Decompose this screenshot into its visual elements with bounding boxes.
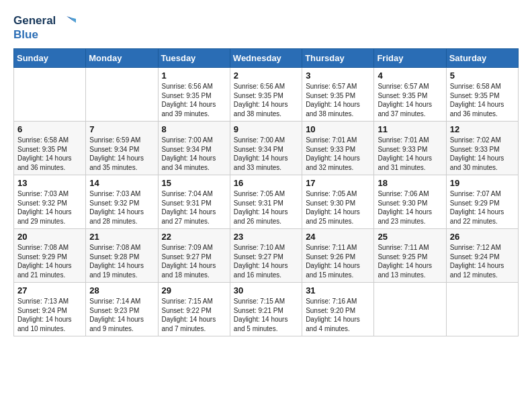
day-number: 21 — [89, 232, 154, 242]
cell-content: Sunrise: 7:07 AM Sunset: 9:29 PM Dayligh… — [450, 189, 515, 226]
day-number: 23 — [234, 232, 298, 242]
weekday-header-row: SundayMondayTuesdayWednesdayThursdayFrid… — [14, 49, 519, 68]
calendar-week-5: 27Sunrise: 7:13 AM Sunset: 9:24 PM Dayli… — [14, 283, 519, 336]
calendar-cell: 20Sunrise: 7:08 AM Sunset: 9:29 PM Dayli… — [14, 229, 86, 283]
day-number: 22 — [162, 232, 226, 242]
day-number: 30 — [234, 285, 298, 295]
cell-content: Sunrise: 7:05 AM Sunset: 9:31 PM Dayligh… — [234, 189, 298, 226]
day-number: 20 — [17, 232, 82, 242]
day-number: 13 — [17, 178, 82, 188]
weekday-header-tuesday: Tuesday — [158, 49, 230, 68]
calendar-cell: 31Sunrise: 7:16 AM Sunset: 9:20 PM Dayli… — [302, 283, 374, 336]
cell-content: Sunrise: 7:14 AM Sunset: 9:23 PM Dayligh… — [89, 297, 154, 333]
cell-content: Sunrise: 7:09 AM Sunset: 9:27 PM Dayligh… — [162, 243, 226, 279]
logo-general-text: General — [13, 14, 56, 28]
calendar-cell: 27Sunrise: 7:13 AM Sunset: 9:24 PM Dayli… — [14, 283, 86, 336]
calendar-cell: 13Sunrise: 7:03 AM Sunset: 9:32 PM Dayli… — [14, 175, 86, 229]
day-number: 17 — [306, 178, 370, 188]
day-number: 24 — [306, 232, 370, 242]
cell-content: Sunrise: 6:57 AM Sunset: 9:35 PM Dayligh… — [306, 82, 370, 118]
day-number: 19 — [450, 178, 515, 188]
calendar-cell: 19Sunrise: 7:07 AM Sunset: 9:29 PM Dayli… — [446, 175, 518, 229]
cell-content: Sunrise: 7:01 AM Sunset: 9:33 PM Dayligh… — [378, 136, 442, 172]
calendar-cell: 2Sunrise: 6:56 AM Sunset: 9:35 PM Daylig… — [230, 68, 302, 122]
weekday-header-wednesday: Wednesday — [230, 49, 302, 68]
weekday-header-monday: Monday — [86, 49, 158, 68]
day-number: 6 — [17, 124, 82, 134]
cell-content: Sunrise: 6:58 AM Sunset: 9:35 PM Dayligh… — [450, 82, 515, 118]
cell-content: Sunrise: 6:59 AM Sunset: 9:34 PM Dayligh… — [89, 136, 154, 172]
calendar-cell: 21Sunrise: 7:08 AM Sunset: 9:28 PM Dayli… — [86, 229, 158, 283]
calendar-cell — [446, 283, 518, 336]
calendar-cell: 30Sunrise: 7:15 AM Sunset: 9:21 PM Dayli… — [230, 283, 302, 336]
day-number: 31 — [306, 285, 370, 295]
cell-content: Sunrise: 7:01 AM Sunset: 9:33 PM Dayligh… — [306, 136, 370, 172]
logo-container: General Blue — [13, 13, 76, 42]
calendar-cell: 15Sunrise: 7:04 AM Sunset: 9:31 PM Dayli… — [158, 175, 230, 229]
calendar-cell — [374, 283, 446, 336]
cell-content: Sunrise: 6:56 AM Sunset: 9:35 PM Dayligh… — [234, 82, 298, 118]
logo: General Blue — [13, 13, 76, 42]
calendar-cell: 22Sunrise: 7:09 AM Sunset: 9:27 PM Dayli… — [158, 229, 230, 283]
day-number: 9 — [234, 124, 298, 134]
day-number: 5 — [450, 71, 515, 81]
logo-blue-text: Blue — [13, 28, 38, 42]
calendar-cell: 5Sunrise: 6:58 AM Sunset: 9:35 PM Daylig… — [446, 68, 518, 122]
day-number: 28 — [89, 285, 154, 295]
day-number: 12 — [450, 124, 515, 134]
logo-bird-icon — [57, 13, 76, 28]
calendar-cell: 11Sunrise: 7:01 AM Sunset: 9:33 PM Dayli… — [374, 122, 446, 175]
cell-content: Sunrise: 7:00 AM Sunset: 9:34 PM Dayligh… — [234, 136, 298, 172]
cell-content: Sunrise: 7:16 AM Sunset: 9:20 PM Dayligh… — [306, 297, 370, 333]
cell-content: Sunrise: 6:57 AM Sunset: 9:35 PM Dayligh… — [378, 82, 442, 118]
day-number: 27 — [17, 285, 82, 295]
cell-content: Sunrise: 7:11 AM Sunset: 9:25 PM Dayligh… — [378, 243, 442, 279]
calendar-cell — [14, 68, 86, 122]
day-number: 3 — [306, 71, 370, 81]
day-number: 10 — [306, 124, 370, 134]
page-header: General Blue — [13, 13, 519, 42]
cell-content: Sunrise: 7:13 AM Sunset: 9:24 PM Dayligh… — [17, 297, 82, 333]
calendar-cell: 1Sunrise: 6:56 AM Sunset: 9:35 PM Daylig… — [158, 68, 230, 122]
day-number: 18 — [378, 178, 442, 188]
calendar-cell: 7Sunrise: 6:59 AM Sunset: 9:34 PM Daylig… — [86, 122, 158, 175]
calendar-cell: 3Sunrise: 6:57 AM Sunset: 9:35 PM Daylig… — [302, 68, 374, 122]
calendar-cell: 12Sunrise: 7:02 AM Sunset: 9:33 PM Dayli… — [446, 122, 518, 175]
cell-content: Sunrise: 7:15 AM Sunset: 9:22 PM Dayligh… — [162, 297, 226, 333]
day-number: 29 — [162, 285, 226, 295]
day-number: 25 — [378, 232, 442, 242]
calendar-cell: 8Sunrise: 7:00 AM Sunset: 9:34 PM Daylig… — [158, 122, 230, 175]
calendar-week-2: 6Sunrise: 6:58 AM Sunset: 9:35 PM Daylig… — [14, 122, 519, 175]
day-number: 1 — [162, 71, 226, 81]
cell-content: Sunrise: 6:58 AM Sunset: 9:35 PM Dayligh… — [17, 136, 82, 172]
calendar-table: SundayMondayTuesdayWednesdayThursdayFrid… — [13, 48, 519, 336]
cell-content: Sunrise: 7:10 AM Sunset: 9:27 PM Dayligh… — [234, 243, 298, 279]
calendar-cell: 24Sunrise: 7:11 AM Sunset: 9:26 PM Dayli… — [302, 229, 374, 283]
calendar-week-3: 13Sunrise: 7:03 AM Sunset: 9:32 PM Dayli… — [14, 175, 519, 229]
calendar-cell: 23Sunrise: 7:10 AM Sunset: 9:27 PM Dayli… — [230, 229, 302, 283]
weekday-header-sunday: Sunday — [14, 49, 86, 68]
cell-content: Sunrise: 7:12 AM Sunset: 9:24 PM Dayligh… — [450, 243, 515, 279]
calendar-cell: 29Sunrise: 7:15 AM Sunset: 9:22 PM Dayli… — [158, 283, 230, 336]
calendar-cell: 14Sunrise: 7:03 AM Sunset: 9:32 PM Dayli… — [86, 175, 158, 229]
calendar-cell: 18Sunrise: 7:06 AM Sunset: 9:30 PM Dayli… — [374, 175, 446, 229]
weekday-header-saturday: Saturday — [446, 49, 518, 68]
calendar-cell: 6Sunrise: 6:58 AM Sunset: 9:35 PM Daylig… — [14, 122, 86, 175]
calendar-week-1: 1Sunrise: 6:56 AM Sunset: 9:35 PM Daylig… — [14, 68, 519, 122]
day-number: 2 — [234, 71, 298, 81]
calendar-cell: 26Sunrise: 7:12 AM Sunset: 9:24 PM Dayli… — [446, 229, 518, 283]
cell-content: Sunrise: 6:56 AM Sunset: 9:35 PM Dayligh… — [162, 82, 226, 118]
day-number: 11 — [378, 124, 442, 134]
cell-content: Sunrise: 7:15 AM Sunset: 9:21 PM Dayligh… — [234, 297, 298, 333]
cell-content: Sunrise: 7:08 AM Sunset: 9:28 PM Dayligh… — [89, 243, 154, 279]
day-number: 4 — [378, 71, 442, 81]
weekday-header-thursday: Thursday — [302, 49, 374, 68]
calendar-cell: 16Sunrise: 7:05 AM Sunset: 9:31 PM Dayli… — [230, 175, 302, 229]
cell-content: Sunrise: 7:03 AM Sunset: 9:32 PM Dayligh… — [17, 189, 82, 226]
calendar-cell — [86, 68, 158, 122]
day-number: 26 — [450, 232, 515, 242]
day-number: 8 — [162, 124, 226, 134]
day-number: 15 — [162, 178, 226, 188]
calendar-cell: 25Sunrise: 7:11 AM Sunset: 9:25 PM Dayli… — [374, 229, 446, 283]
cell-content: Sunrise: 7:00 AM Sunset: 9:34 PM Dayligh… — [162, 136, 226, 172]
